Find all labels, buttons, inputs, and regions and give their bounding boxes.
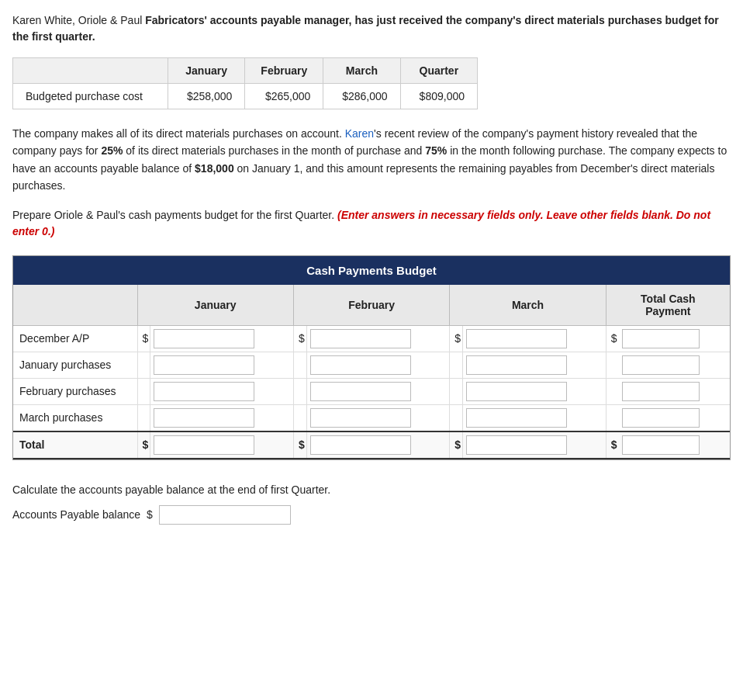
mar-purchases-label: March purchases (13, 404, 137, 431)
intro-text-start: Karen White, Oriole & Paul (12, 14, 145, 26)
karen-link[interactable]: Karen (345, 127, 374, 140)
feb-feb-input-cell (306, 378, 450, 404)
col-header-march: March (323, 58, 400, 84)
total-jan-input-cell (150, 431, 294, 459)
dec-total-input[interactable] (622, 329, 700, 348)
table-row-december-ap: December A/P $ $ $ $ (13, 325, 730, 352)
purchases-budget-table: January February March Quarter Budgeted … (12, 57, 478, 109)
february-value: $265,000 (245, 84, 323, 109)
mar-total-dollar (606, 404, 618, 431)
january-value: $258,000 (168, 84, 244, 109)
mar-jan-dollar (137, 404, 150, 431)
total-feb-input-cell (306, 431, 450, 459)
dec-jan-input-cell (150, 325, 294, 352)
mar-feb-input-cell (306, 404, 450, 431)
mar-mar-input[interactable] (466, 408, 567, 428)
jan-feb-input-cell (306, 352, 450, 378)
jan-total-input-cell (619, 352, 730, 378)
purchases-budget-table-wrap: January February March Quarter Budgeted … (12, 57, 731, 109)
total-total-input-cell (619, 431, 730, 459)
total-mar-input-cell (463, 431, 606, 459)
jan-total-dollar (606, 352, 618, 378)
feb-total-input[interactable] (622, 382, 700, 401)
mar-feb-dollar (293, 404, 306, 431)
jan-jan-input-cell (150, 352, 294, 378)
dec-jan-dollar: $ (137, 325, 150, 352)
total-mar-dollar: $ (450, 431, 463, 459)
dec-total-input-cell (619, 325, 730, 352)
dec-mar-input[interactable] (466, 329, 567, 348)
total-label: Total (13, 431, 137, 459)
dec-feb-dollar: $ (293, 325, 306, 352)
cpb-col-blank (13, 285, 137, 326)
cpb-col-total: Total CashPayment (606, 285, 730, 326)
instruction-italic: (Enter answers in necessary fields only.… (12, 209, 710, 237)
mar-mar-input-cell (463, 404, 606, 431)
mar-jan-input[interactable] (154, 408, 254, 428)
table-row-january-purchases: January purchases (13, 352, 730, 378)
dec-mar-dollar: $ (450, 325, 463, 352)
feb-mar-input-cell (463, 378, 606, 404)
mar-jan-input-cell (150, 404, 294, 431)
december-ap-label: December A/P (13, 325, 137, 352)
instruction-paragraph: Prepare Oriole & Paul's cash payments bu… (12, 207, 731, 240)
table-row-march-purchases: March purchases (13, 404, 730, 431)
feb-purchases-label: February purchases (13, 378, 137, 404)
feb-mar-input[interactable] (466, 382, 567, 401)
march-value: $286,000 (323, 84, 400, 109)
dec-feb-input-cell (306, 325, 450, 352)
total-jan-input[interactable] (154, 435, 254, 455)
jan-purchases-label: January purchases (13, 352, 137, 378)
jan-feb-dollar (293, 352, 306, 378)
description-paragraph: The company makes all of its direct mate… (12, 125, 731, 195)
feb-jan-input-cell (150, 378, 294, 404)
jan-feb-input[interactable] (310, 355, 411, 375)
ap-row: Accounts Payable balance $ (12, 505, 731, 525)
ap-dollar-sign: $ (147, 508, 153, 521)
jan-total-input[interactable] (622, 355, 700, 375)
feb-total-dollar (606, 378, 618, 404)
jan-jan-dollar (137, 352, 150, 378)
jan-jan-input[interactable] (154, 355, 254, 375)
feb-feb-dollar (293, 378, 306, 404)
cash-payments-budget-container: Cash Payments Budget January February Ma… (12, 255, 731, 460)
dec-mar-input-cell (463, 325, 606, 352)
mar-mar-dollar (450, 404, 463, 431)
feb-feb-input[interactable] (310, 382, 411, 401)
total-total-dollar: $ (606, 431, 618, 459)
col-header-february: February (245, 58, 323, 84)
total-jan-dollar: $ (137, 431, 150, 459)
cpb-col-february: February (293, 285, 449, 326)
jan-mar-dollar (450, 352, 463, 378)
ap-calc-label: Calculate the accounts payable balance a… (12, 483, 731, 496)
budgeted-purchase-label: Budgeted purchase cost (13, 84, 168, 109)
dec-total-dollar: $ (606, 325, 618, 352)
feb-total-input-cell (619, 378, 730, 404)
cpb-table: January February March Total CashPayment… (13, 285, 730, 459)
intro-paragraph: Karen White, Oriole & Paul Fabricators' … (12, 12, 731, 45)
mar-total-input[interactable] (622, 408, 700, 428)
feb-jan-dollar (137, 378, 150, 404)
jan-mar-input[interactable] (466, 355, 567, 375)
cpb-col-january: January (137, 285, 293, 326)
col-header-quarter: Quarter (400, 58, 477, 84)
total-feb-input[interactable] (310, 435, 411, 455)
dec-feb-input[interactable] (310, 329, 411, 348)
total-mar-input[interactable] (466, 435, 567, 455)
mar-feb-input[interactable] (310, 408, 411, 428)
ap-section: Calculate the accounts payable balance a… (12, 483, 731, 525)
total-total-input[interactable] (622, 435, 700, 455)
ap-balance-label: Accounts Payable balance (12, 508, 140, 521)
ap-balance-input[interactable] (159, 505, 291, 525)
jan-mar-input-cell (463, 352, 606, 378)
table-row-total: Total $ $ $ $ (13, 431, 730, 459)
table-row-february-purchases: February purchases (13, 378, 730, 404)
cpb-col-march: March (450, 285, 606, 326)
feb-jan-input[interactable] (154, 382, 254, 401)
mar-total-input-cell (619, 404, 730, 431)
total-feb-dollar: $ (293, 431, 306, 459)
col-header-january: January (168, 58, 244, 84)
feb-mar-dollar (450, 378, 463, 404)
dec-jan-input[interactable] (154, 329, 254, 348)
quarter-value: $809,000 (400, 84, 477, 109)
